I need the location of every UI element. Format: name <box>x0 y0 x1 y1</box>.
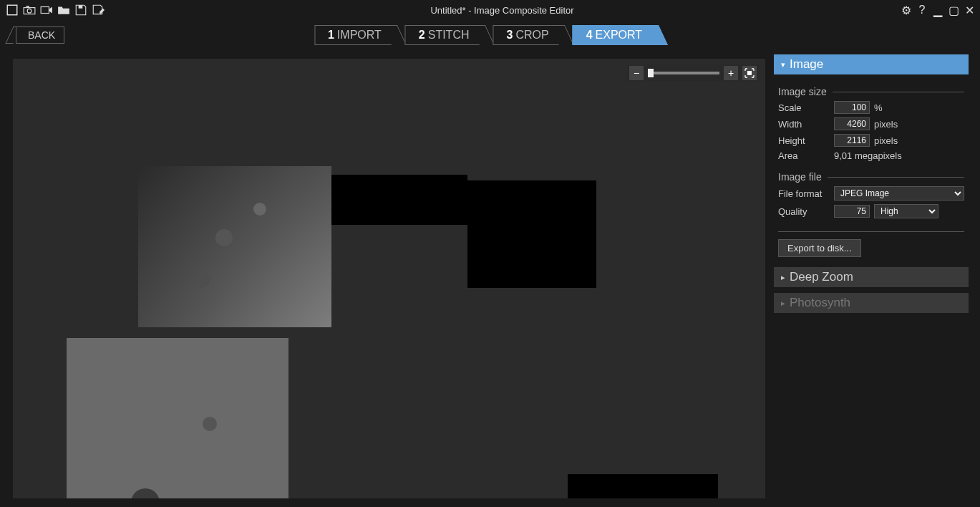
maximize-icon[interactable]: ▢ <box>947 4 960 16</box>
new-project-icon[interactable] <box>6 4 19 16</box>
scale-label: Scale <box>778 102 834 113</box>
height-unit: pixels <box>874 135 898 146</box>
height-input[interactable] <box>834 134 870 147</box>
save-icon[interactable] <box>74 4 87 16</box>
svg-rect-4 <box>41 7 49 14</box>
zoom-fit-button[interactable] <box>742 66 757 80</box>
zoom-out-button[interactable]: − <box>629 66 644 80</box>
section-image-header[interactable]: ▾Image <box>774 54 969 74</box>
svg-point-18 <box>253 203 266 216</box>
scale-unit: % <box>874 102 883 113</box>
panorama-preview <box>67 166 725 498</box>
scale-input[interactable] <box>834 101 870 114</box>
svg-rect-3 <box>26 6 30 7</box>
save-as-icon[interactable] <box>92 4 105 16</box>
svg-point-10 <box>475 435 518 478</box>
chevron-right-icon: ▸ <box>781 299 785 308</box>
svg-point-17 <box>215 229 233 246</box>
zoom-slider[interactable] <box>648 72 719 74</box>
svg-point-19 <box>195 274 210 288</box>
step-crop[interactable]: 3CROP <box>493 25 562 45</box>
minimize-icon[interactable]: ▁ <box>931 4 944 16</box>
back-button[interactable]: BACK <box>16 26 64 44</box>
help-icon[interactable]: ? <box>916 4 928 16</box>
section-photosynth-header[interactable]: ▸Photosynth <box>774 293 969 313</box>
image-size-title: Image size <box>778 86 964 97</box>
height-label: Height <box>778 135 834 146</box>
close-icon[interactable]: ✕ <box>963 4 976 16</box>
image-file-title: Image file <box>778 171 964 183</box>
step-export[interactable]: 4EXPORT <box>573 25 656 45</box>
preview-canvas[interactable]: − + <box>13 59 765 498</box>
quality-label: Quality <box>778 206 834 217</box>
quality-preset-select[interactable]: High <box>874 204 938 218</box>
area-label: Area <box>778 150 834 161</box>
svg-rect-0 <box>7 5 17 15</box>
svg-point-2 <box>27 9 31 13</box>
fileformat-label: File format <box>778 188 834 199</box>
area-value: 9,01 megapixels <box>834 150 902 161</box>
quality-input[interactable] <box>834 205 870 218</box>
width-input[interactable] <box>834 117 870 130</box>
section-deepzoom-header[interactable]: ▸Deep Zoom <box>774 267 969 287</box>
step-stitch[interactable]: 2STITCH <box>405 25 483 45</box>
export-to-disk-button[interactable]: Export to disk... <box>778 239 861 257</box>
new-from-camera-icon[interactable] <box>23 4 36 16</box>
window-title: Untitled* - Image Composite Editor <box>105 5 900 16</box>
fileformat-select[interactable]: JPEG Image <box>834 186 964 201</box>
width-label: Width <box>778 119 834 130</box>
settings-icon[interactable]: ⚙ <box>900 4 913 16</box>
open-icon[interactable] <box>57 4 70 16</box>
new-from-video-icon[interactable] <box>40 4 53 16</box>
svg-rect-25 <box>747 71 752 75</box>
width-unit: pixels <box>874 119 898 130</box>
svg-point-16 <box>138 166 331 327</box>
step-import[interactable]: 1IMPORT <box>314 25 395 45</box>
zoom-in-button[interactable]: + <box>724 66 738 80</box>
svg-point-24 <box>203 417 217 431</box>
svg-rect-5 <box>79 5 83 9</box>
chevron-down-icon: ▾ <box>781 60 785 69</box>
svg-point-21 <box>67 338 288 498</box>
chevron-right-icon: ▸ <box>781 273 785 282</box>
